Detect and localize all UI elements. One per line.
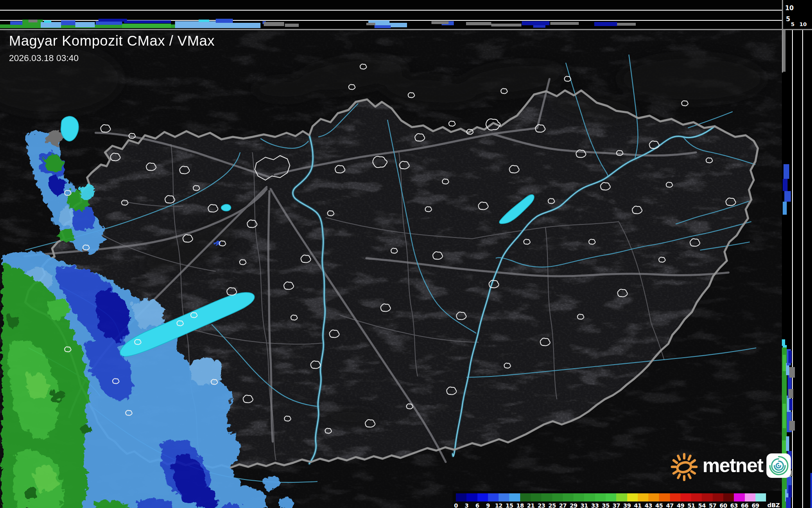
colorbar-cell: 35 (606, 493, 616, 501)
strip-divider-horizontal (0, 29, 812, 30)
colorbar-tick-label: 3 (465, 502, 468, 508)
colorbar-cell: 6 (477, 493, 488, 501)
colorbar-tick-label: 31 (580, 502, 588, 508)
metnet-app-icon (766, 453, 791, 478)
colorbar-cell: 0 (456, 493, 466, 501)
right-cross-section-graphic (782, 29, 812, 508)
colorbar-tick-label: 12 (495, 502, 502, 508)
radar-map-graphic (0, 30, 782, 508)
colorbar-cell: 27 (563, 493, 573, 501)
colorbar-tick-label: 69 (752, 502, 759, 508)
top-cross-section-strip (0, 0, 782, 29)
colorbar-cell: 31 (584, 493, 595, 501)
colorbar-tick-label: 25 (548, 502, 556, 508)
colorbar-tick-label: 0 (454, 502, 457, 508)
strip-divider-vertical (782, 0, 783, 73)
colorbar-cell: 39 (627, 493, 638, 501)
right-5km-gridline (792, 29, 793, 508)
top-axis-10km-label: 10 (785, 4, 794, 12)
colorbar-tick-label: 35 (602, 502, 609, 508)
colorbar-cell: 60 (723, 493, 734, 501)
colorbar-cell: 51 (691, 493, 702, 501)
top-axis-5km-label: 5 (786, 15, 790, 23)
colorbar-cell: 66 (745, 493, 755, 501)
colorbar-cell: 21 (531, 493, 541, 501)
colorbar-tick-label: 41 (634, 502, 641, 508)
title-block: Magyar Kompozit CMax / VMax 2026.03.18 0… (9, 33, 215, 64)
colorbar-cell: 47 (670, 493, 681, 501)
lake-velence (221, 205, 231, 211)
logo-wordmark: metnet (703, 456, 763, 475)
radar-map (0, 30, 782, 508)
colorbar-cell: 29 (573, 493, 584, 501)
colorbar-tick-label: 51 (687, 502, 695, 508)
sun-icon (669, 449, 699, 482)
colorbar-tick-label: 23 (538, 502, 545, 508)
colorbar-cell: 49 (681, 493, 691, 501)
colorbar-cell: 69 (755, 493, 766, 501)
right-cross-section-strip (782, 29, 812, 508)
colorbar-cell: 41 (638, 493, 648, 501)
colorbar-tick-label: 21 (527, 502, 534, 508)
right-axis-10km-label: 10 (799, 21, 807, 27)
colorbar-cell: 12 (499, 493, 509, 501)
colorbar-tick-label: 45 (655, 502, 663, 508)
product-timestamp: 2026.03.18 03:40 (9, 53, 215, 64)
product-title: Magyar Kompozit CMax / VMax (9, 33, 215, 49)
colorbar-cell: 9 (488, 493, 499, 501)
colorbar-tick-label: 63 (730, 502, 738, 508)
radar-screen: 10 5 5 10 (0, 0, 812, 508)
top-cross-section-graphic (0, 0, 782, 29)
colorbar-tick-label: 27 (559, 502, 567, 508)
colorbar-cell: 25 (552, 493, 563, 501)
colorbar-tick-label: 33 (591, 502, 598, 508)
colorbar-cell: 57 (713, 493, 723, 501)
colorbar-cell: 37 (616, 493, 627, 501)
colorbar-tick-label: 39 (623, 502, 630, 508)
right-axis-5km-label: 5 (791, 21, 794, 27)
top-10km-gridline (0, 10, 782, 11)
colorbar-tick-label: 54 (698, 502, 705, 508)
colorbar-tick-label: 6 (475, 502, 479, 508)
colorbar-cell: 63 (734, 493, 744, 501)
colorbar-scale: 0369121518212325272931333537394143454749… (456, 493, 766, 501)
colorbar-tick-label: 66 (741, 502, 748, 508)
metnet-logo: metnet (669, 448, 791, 483)
colorbar-cell: 18 (520, 493, 531, 501)
cross-section-axis-corner: 10 5 5 10 (782, 0, 812, 29)
colorbar-tick-label: 47 (666, 502, 673, 508)
colorbar-panel: 0369121518212325272931333537394143454749… (453, 491, 782, 508)
colorbar-cell: 33 (595, 493, 606, 501)
colorbar-tick-label: 60 (720, 502, 727, 508)
colorbar-cell: 3 (466, 493, 477, 501)
colorbar-cell: 45 (659, 493, 670, 501)
colorbar-tick-label: 29 (570, 502, 577, 508)
colorbar-tick-label: 57 (709, 502, 716, 508)
colorbar-cell: 54 (702, 493, 712, 501)
colorbar-unit-label: dBZ (767, 502, 780, 508)
colorbar-tick-label: 37 (613, 502, 620, 508)
colorbar-tick-label: 49 (677, 502, 684, 508)
colorbar-tick-label: 43 (645, 502, 652, 508)
right-10km-gridline (802, 29, 803, 508)
colorbar-tick-label: 15 (506, 502, 513, 508)
colorbar-tick-label: 18 (516, 502, 523, 508)
colorbar-cell: 23 (541, 493, 552, 501)
colorbar-cell: 43 (648, 493, 659, 501)
colorbar-tick-label: 9 (486, 502, 490, 508)
colorbar-cell: 15 (509, 493, 520, 501)
